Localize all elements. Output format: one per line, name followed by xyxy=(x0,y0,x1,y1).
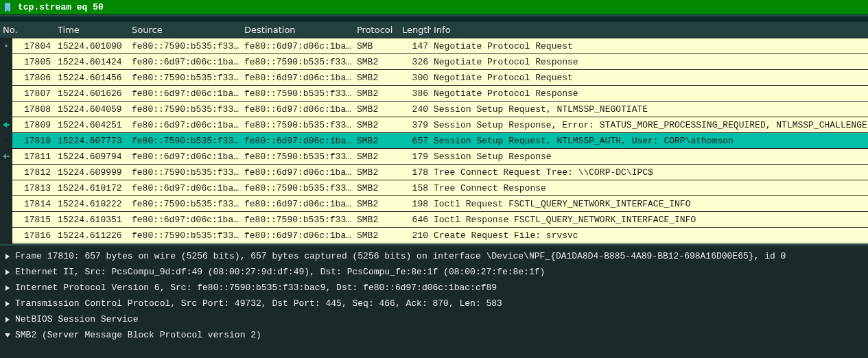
chevron-down-icon[interactable] xyxy=(3,332,12,339)
cell-no: 17816 xyxy=(12,230,55,241)
tree-item[interactable]: SMB2 (Server Message Block Protocol vers… xyxy=(3,327,868,343)
cell-time: 15224.601424 xyxy=(55,57,129,67)
cell-source: fe80::7590:b535:f33… xyxy=(129,136,242,146)
cell-info: Session Setup Response xyxy=(431,152,868,162)
cell-destination: fe80::6d97:d06c:1ba… xyxy=(242,136,354,146)
cell-destination: fe80::6d97:d06c:1ba… xyxy=(242,167,354,178)
cell-no: 17805 xyxy=(12,57,55,67)
tree-item[interactable]: Internet Protocol Version 6, Src: fe80::… xyxy=(3,280,868,296)
column-header-source[interactable]: Source xyxy=(129,23,242,36)
cell-no: 17811 xyxy=(12,152,55,162)
packet-row[interactable]: 1780815224.604059fe80::7590:b535:f33…fe8… xyxy=(0,102,868,117)
cell-info: Tree Connect Response xyxy=(431,183,868,193)
tree-item[interactable]: Transmission Control Protocol, Src Port:… xyxy=(3,296,868,311)
packet-list-header: No. Time Source Destination Protocol Len… xyxy=(0,22,868,38)
packet-row[interactable]: 1781315224.610172fe80::6d97:d06c:1ba…fe8… xyxy=(0,180,868,196)
cell-destination: fe80::6d97:d06c:1ba… xyxy=(242,104,354,115)
tree-item[interactable]: Ethernet II, Src: PcsCompu_9d:df:49 (08:… xyxy=(3,264,868,280)
packet-row[interactable]: 1780415224.601090fe80::7590:b535:f33…fe8… xyxy=(0,38,868,54)
column-header-protocol[interactable]: Protocol xyxy=(354,23,399,36)
packet-marker-icon xyxy=(0,38,12,53)
tree-item[interactable]: Frame 17810: 657 bytes on wire (5256 bit… xyxy=(3,248,868,264)
chevron-right-icon[interactable] xyxy=(3,300,12,307)
packet-row[interactable]: 1780615224.601456fe80::7590:b535:f33…fe8… xyxy=(0,70,868,86)
bookmark-icon[interactable] xyxy=(3,3,12,12)
cell-time: 15224.609794 xyxy=(55,152,129,162)
cell-length: 300 xyxy=(399,73,431,83)
chevron-right-icon[interactable] xyxy=(3,253,12,260)
cell-no: 17813 xyxy=(12,183,55,193)
packet-row[interactable]: 1781115224.609794fe80::6d97:d06c:1ba…fe8… xyxy=(0,149,868,165)
packet-list[interactable]: 1780415224.601090fe80::7590:b535:f33…fe8… xyxy=(0,38,868,244)
cell-time: 15224.601090 xyxy=(55,41,129,51)
cell-protocol: SMB2 xyxy=(354,136,399,146)
cell-no: 17807 xyxy=(12,88,55,99)
cell-destination: fe80::6d97:d06c:1ba… xyxy=(242,230,354,241)
cell-time: 15224.610222 xyxy=(55,199,129,209)
packet-marker-icon xyxy=(0,212,12,227)
cell-length: 657 xyxy=(399,136,431,146)
packet-details-pane[interactable]: Frame 17810: 657 bytes on wire (5256 bit… xyxy=(0,244,868,358)
cell-info: Session Setup Request, NTLMSSP_AUTH, Use… xyxy=(431,136,868,146)
cell-no: 17812 xyxy=(12,167,55,178)
packet-marker-icon xyxy=(0,133,12,148)
cell-no: 17815 xyxy=(12,215,55,225)
packet-row[interactable]: 1781215224.609999fe80::7590:b535:f33…fe8… xyxy=(0,165,868,180)
cell-info: Create Request File: srvsvc xyxy=(431,230,868,241)
cell-info: Tree Connect Request Tree: \\CORP-DC\IPC… xyxy=(431,167,868,178)
cell-time: 15224.607773 xyxy=(55,136,129,146)
cell-source: fe80::6d97:d06c:1ba… xyxy=(129,57,242,67)
svg-point-0 xyxy=(5,45,8,47)
cell-info: Session Setup Request, NTLMSSP_NEGOTIATE xyxy=(431,104,868,115)
cell-no: 17810 xyxy=(12,136,55,146)
cell-protocol: SMB2 xyxy=(354,183,399,193)
cell-destination: fe80::6d97:d06c:1ba… xyxy=(242,73,354,83)
cell-source: fe80::6d97:d06c:1ba… xyxy=(129,215,242,225)
cell-length: 198 xyxy=(399,199,431,209)
cell-length: 179 xyxy=(399,152,431,162)
toolbar-divider xyxy=(0,15,868,22)
column-header-info[interactable]: Info xyxy=(431,23,868,36)
column-header-length[interactable]: Length xyxy=(399,23,431,36)
cell-protocol: SMB2 xyxy=(354,199,399,209)
cell-destination: fe80::7590:b535:f33… xyxy=(242,152,354,162)
packet-row[interactable]: 1781615224.611226fe80::7590:b535:f33…fe8… xyxy=(0,228,868,243)
cell-no: 17808 xyxy=(12,104,55,115)
cell-protocol: SMB2 xyxy=(354,215,399,225)
cell-info: Negotiate Protocol Request xyxy=(431,41,868,51)
packet-row[interactable]: 1780915224.604251fe80::6d97:d06c:1ba…fe8… xyxy=(0,117,868,133)
packet-row[interactable]: 1780715224.601626fe80::6d97:d06c:1ba…fe8… xyxy=(0,86,868,102)
tree-item-label: Ethernet II, Src: PcsCompu_9d:df:49 (08:… xyxy=(12,267,545,277)
cell-destination: fe80::7590:b535:f33… xyxy=(242,57,354,67)
packet-row[interactable]: 1781515224.610351fe80::6d97:d06c:1ba…fe8… xyxy=(0,212,868,228)
cell-source: fe80::6d97:d06c:1ba… xyxy=(129,120,242,130)
cell-time: 15224.604059 xyxy=(55,104,129,115)
cell-length: 379 xyxy=(399,120,431,130)
cell-time: 15224.609999 xyxy=(55,167,129,178)
cell-length: 326 xyxy=(399,57,431,67)
cell-protocol: SMB2 xyxy=(354,120,399,130)
cell-source: fe80::7590:b535:f33… xyxy=(129,230,242,241)
cell-destination: fe80::7590:b535:f33… xyxy=(242,183,354,193)
cell-no: 17806 xyxy=(12,73,55,83)
packet-row[interactable]: 1781015224.607773fe80::7590:b535:f33…fe8… xyxy=(0,133,868,149)
packet-marker-icon xyxy=(0,70,12,85)
cell-info: Negotiate Protocol Response xyxy=(431,88,868,99)
cell-protocol: SMB2 xyxy=(354,152,399,162)
packet-marker-icon xyxy=(0,54,12,69)
cell-protocol: SMB2 xyxy=(354,230,399,241)
column-header-time[interactable]: Time xyxy=(55,23,129,36)
tree-item[interactable]: NetBIOS Session Service xyxy=(3,311,868,327)
packet-row[interactable]: 1781415224.610222fe80::7590:b535:f33…fe8… xyxy=(0,196,868,212)
chevron-right-icon[interactable] xyxy=(3,316,12,323)
chevron-right-icon[interactable] xyxy=(3,269,12,276)
cell-protocol: SMB2 xyxy=(354,57,399,67)
cell-no: 17809 xyxy=(12,120,55,130)
column-header-no[interactable]: No. xyxy=(0,23,55,36)
chevron-right-icon[interactable] xyxy=(3,285,12,291)
tree-item-label: SMB2 (Server Message Block Protocol vers… xyxy=(12,330,261,340)
display-filter-input[interactable] xyxy=(15,1,868,14)
cell-no: 17804 xyxy=(12,41,55,51)
packet-row[interactable]: 1780515224.601424fe80::6d97:d06c:1ba…fe8… xyxy=(0,54,868,70)
column-header-destination[interactable]: Destination xyxy=(242,23,354,36)
